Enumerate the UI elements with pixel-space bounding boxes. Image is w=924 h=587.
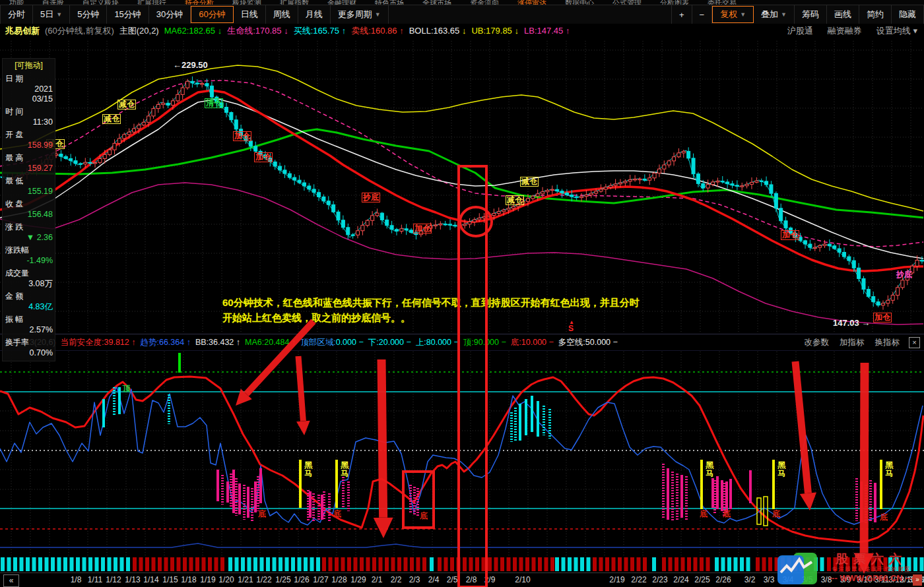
tool-button-筹码[interactable]: 筹码 (795, 5, 827, 24)
menu-item[interactable]: 涨停雷达 (517, 0, 546, 5)
toolbar-right-buttons: +−复权▼叠加▼筹码画线简约隐藏 (671, 5, 924, 24)
menu-item[interactable]: 自定义板块 (82, 0, 119, 5)
menu-item[interactable]: 功能 (9, 0, 24, 5)
date-label: 2/1 (372, 575, 383, 584)
tool-button-−[interactable]: − (692, 5, 713, 24)
menu-item[interactable]: 持仓分析 (185, 0, 214, 5)
tool-button-复权[interactable]: 复权▼ (712, 6, 754, 23)
action-加指标[interactable]: 加指标 (840, 337, 865, 348)
drag-handle-label[interactable]: [可拖动] (5, 60, 53, 71)
title-link[interactable]: 沪股通 (787, 26, 813, 36)
period-button-5分钟[interactable]: 5分钟 (70, 5, 107, 24)
indicator-LB: LB:147.45 ↑ (524, 26, 570, 36)
menu-item[interactable]: 特色市场 (375, 0, 404, 5)
chevron-down-icon: ▼ (740, 11, 746, 18)
date-label: 1/20 (218, 575, 234, 584)
lower-line-safety (0, 377, 923, 542)
chart-label-底: 底 (333, 510, 341, 518)
tool-button-简约[interactable]: 简约 (859, 5, 892, 24)
quote-value: 155.19 (5, 187, 53, 197)
date-label: 3/3 (764, 575, 775, 584)
period-button-月线[interactable]: 月线 (298, 5, 331, 24)
date-label: 2/8 (466, 575, 477, 584)
period-adjust-desc: (60分钟线,前复权) (45, 25, 114, 37)
date-label: 3/2 (744, 575, 756, 584)
tool-button-隐藏[interactable]: 隐藏 (892, 5, 924, 24)
period-button-5日[interactable]: 5日▼ (33, 5, 70, 24)
period-button-日线[interactable]: 日线 (234, 5, 266, 24)
watermark-url: --- WWW.GP66.CN --- (818, 573, 924, 583)
field-多空线: 多空线:50.000 − (558, 338, 618, 347)
title-link[interactable]: 融资融券 (828, 26, 862, 36)
field-当前安全度: 当前安全度:39.812 ↑ (61, 338, 136, 347)
date-label: 1/14 (143, 575, 158, 584)
period-button-15分钟[interactable]: 15分钟 (107, 5, 148, 24)
quote-value: ▼ 2.36 (5, 233, 53, 243)
quote-label: 涨跌幅 (5, 245, 53, 256)
field-顶: 顶:90.000 − (463, 338, 506, 347)
chart-label-抄底: 抄底 (896, 270, 912, 279)
period-button-30分钟[interactable]: 30分钟 (149, 5, 191, 24)
indicator-买线: 买线:165.75 ↑ (294, 26, 346, 36)
chart-title-bar: 兆易创新 (60分钟线,前复权) 主图(20,2) MA62:182.65 ↓生… (0, 24, 924, 38)
period-button-60分钟[interactable]: 60分钟 (191, 6, 233, 23)
chart-label-底: 底 (723, 510, 731, 518)
top-menu-bar[interactable]: 功能自选股自定义板块扩展排行持仓分析板块监测扩展指数金融理财特色市场全球市场资金… (0, 0, 924, 5)
analysis-annotation: 60分钟技术，红色线和蓝色线共振下行，任何信号不取，直到持股区开始有红色出现，并… (222, 295, 770, 325)
chart-label-减仓: 减仓 (117, 100, 136, 109)
period-button-更多周期[interactable]: 更多周期▼ (331, 5, 389, 24)
tool-button-+[interactable]: + (671, 5, 692, 24)
chevron-down-icon: ▼ (375, 11, 381, 18)
scroll-left-button[interactable]: « (3, 574, 19, 587)
tool-button-叠加[interactable]: 叠加▼ (754, 5, 795, 24)
date-label: 1/15 (162, 575, 178, 584)
action-改参数[interactable]: 改参数 (805, 337, 830, 348)
menu-item[interactable]: 自选股 (42, 0, 64, 5)
chart-label-黑马: 黑 马 (706, 461, 713, 478)
tool-button-画线[interactable]: 画线 (827, 5, 859, 24)
menu-item[interactable]: 全球市场 (422, 0, 451, 5)
action-换指标[interactable]: 换指标 (875, 337, 900, 348)
chart-label-S: S (568, 324, 574, 333)
menu-item[interactable]: 板块监测 (232, 0, 261, 5)
period-button-分时[interactable]: 分时 (0, 5, 33, 24)
quote-value: 11:30 (5, 117, 53, 127)
menu-item[interactable]: 资金流向 (470, 0, 499, 5)
quote-value: 4.83亿 (5, 302, 53, 312)
chart-label-底: 底 (258, 510, 266, 518)
watermark: 股票六六 专注股票创造属于您的财富 --- WWW.GP66.CN --- (777, 553, 924, 587)
date-label: 1/13 (125, 575, 140, 584)
menu-item[interactable]: 分析图表 (660, 0, 689, 5)
chart-label-黑马: 黑 马 (341, 461, 348, 478)
date-label: 1/22 (256, 575, 271, 584)
quote-value: 2.57% (5, 325, 53, 335)
quote-value: -1.49% (5, 256, 53, 266)
chart-label-加仓: 加仓 (254, 152, 273, 162)
date-label: 2/2 (391, 575, 402, 584)
chart-label-加仓: 加仓 (413, 224, 432, 233)
quote-value: 03/15 (5, 94, 53, 104)
chart-label-黑马: 黑 马 (777, 461, 785, 478)
title-link[interactable]: 设置均线 ▾ (876, 26, 917, 36)
annotation-line1: 60分钟技术，红色线和蓝色线共振下行，任何信号不取，直到持股区开始有红色出现，并… (222, 295, 770, 310)
indicator-values: MA62:182.65 ↓生命线:170.85 ↓买线:165.75 ↑卖线:1… (164, 25, 576, 37)
watermark-title: 股票六六 (818, 553, 924, 566)
chart-label-减仓: 减仓 (520, 177, 539, 187)
menu-item[interactable]: 数据中心 (565, 0, 594, 5)
menu-item[interactable]: 公式管理 (612, 0, 642, 5)
date-label: 1/19 (200, 575, 215, 584)
quote-value: 2021 (5, 84, 53, 94)
menu-item[interactable]: 委托交易 (708, 0, 737, 5)
quote-label: 换手率 (5, 337, 53, 348)
quote-panel[interactable]: [可拖动] 日 期202103/15时 间11:30开 盘158.99最 高15… (2, 58, 55, 361)
main-chart-canvas[interactable] (0, 0, 924, 587)
period-button-周线[interactable]: 周线 (266, 5, 298, 24)
close-pane-button[interactable]: × (909, 337, 920, 348)
quote-label: 最 高 (5, 152, 53, 164)
date-label: 1/12 (106, 575, 121, 584)
chart-label-底: 底 (420, 512, 428, 520)
menu-item[interactable]: 金融理财 (327, 0, 356, 5)
menu-item[interactable]: 扩展排行 (137, 0, 166, 5)
menu-item[interactable]: 扩展指数 (280, 0, 309, 5)
quote-label: 收 盘 (5, 199, 53, 210)
